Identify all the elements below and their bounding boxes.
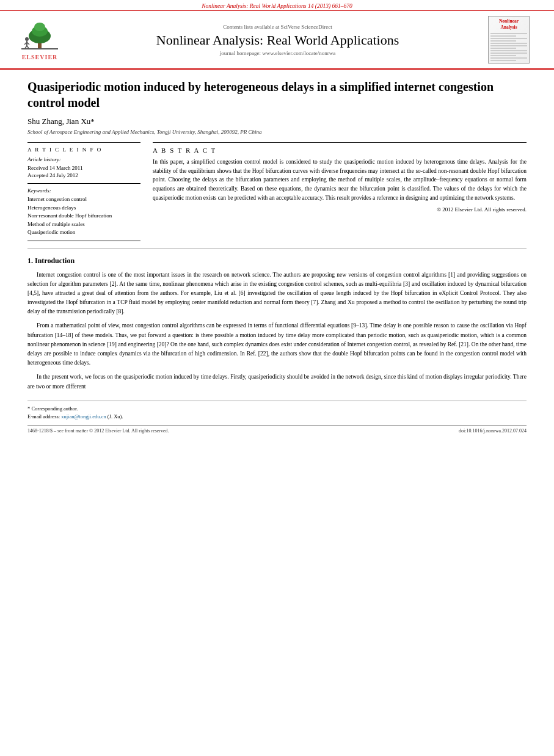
- copyright-line: © 2012 Elsevier Ltd. All rights reserved…: [153, 206, 527, 213]
- thumbnail-lines: [490, 33, 527, 62]
- svg-point-6: [25, 37, 29, 41]
- introduction-header: 1. Introduction: [27, 256, 527, 266]
- journal-citation: Nonlinear Analysis: Real World Applicati…: [202, 3, 352, 9]
- authors: Shu Zhang, Jian Xu*: [27, 117, 527, 126]
- footer-doi: doi:10.1016/j.nonrwa.2012.07.024: [459, 428, 527, 434]
- svg-point-5: [34, 23, 45, 31]
- intro-paragraph-3: In the present work, we focus on the qua…: [27, 373, 527, 391]
- thumb-line-12: [490, 60, 516, 61]
- journal-header-center: Contents lists available at SciVerse Sci…: [73, 24, 482, 56]
- two-col-section: A R T I C L E I N F O Article history: R…: [27, 142, 527, 241]
- svg-rect-1: [21, 48, 58, 49]
- page-footer: 1468-1218/$ – see front matter © 2012 El…: [27, 425, 527, 434]
- article-info-col: A R T I C L E I N F O Article history: R…: [27, 142, 140, 241]
- paper-title: Quasiperiodic motion induced by heteroge…: [27, 79, 527, 111]
- section-divider-1: [27, 249, 527, 249]
- keywords-title: Keywords:: [27, 187, 140, 194]
- homepage-line: journal homepage: www.elsevier.com/locat…: [73, 50, 482, 56]
- thumb-line-5: [490, 43, 527, 44]
- intro-paragraph-2: From a mathematical point of view, most …: [27, 321, 527, 368]
- elsevier-tree-icon: [18, 19, 61, 53]
- thumb-line-11: [490, 57, 527, 59]
- thumbnail-title-text: NonlinearAnalysis: [499, 18, 519, 31]
- thumb-line-7: [490, 48, 516, 49]
- journal-header: ELSEVIER Contents lists available at Sci…: [0, 11, 554, 70]
- footnote-section: * Corresponding author. E-mail address: …: [27, 401, 527, 421]
- main-content: Quasiperiodic motion induced by heteroge…: [0, 70, 554, 446]
- keyword-1: Internet congestion control: [27, 195, 140, 204]
- journal-thumbnail: NonlinearAnalysis: [488, 16, 530, 64]
- footnote-email: E-mail address: xujian@tongji.edu.cn (J.…: [27, 413, 527, 421]
- abstract-col: A B S T R A C T In this paper, a simplif…: [153, 142, 527, 241]
- abstract-header: A B S T R A C T: [153, 147, 527, 154]
- keyword-5: Quasiperiodic motion: [27, 228, 140, 237]
- history-label: Article history:: [27, 156, 140, 162]
- footnote-corresponding: * Corresponding author.: [27, 405, 527, 413]
- thumb-line-6: [490, 45, 527, 46]
- affiliation: School of Aerospace Engineering and Appl…: [27, 129, 527, 135]
- footer-issn: 1468-1218/$ – see front matter © 2012 El…: [27, 428, 169, 434]
- abstract-text: In this paper, a simplified congestion c…: [153, 158, 527, 203]
- sciverse-line: Contents lists available at SciVerse Sci…: [73, 24, 482, 30]
- intro-paragraph-1: Internet congestion control is one of th…: [27, 271, 527, 317]
- thumb-line-10: [490, 55, 516, 56]
- page-wrapper: Nonlinear Analysis: Real World Applicati…: [0, 0, 554, 756]
- thumb-line-9: [490, 53, 527, 54]
- elsevier-brand-text: ELSEVIER: [22, 54, 58, 60]
- article-info-header: A R T I C L E I N F O: [27, 147, 140, 153]
- thumb-line-2: [490, 35, 516, 37]
- thumb-line-4: [490, 40, 516, 42]
- journal-title: Nonlinear Analysis: Real World Applicati…: [73, 32, 482, 48]
- journal-top-bar: Nonlinear Analysis: Real World Applicati…: [0, 0, 554, 11]
- thumb-line-8: [490, 50, 527, 51]
- thumb-line-1: [490, 33, 527, 34]
- received-date: Received 14 March 2011: [27, 165, 140, 171]
- keywords-section: Keywords: Internet congestion control He…: [27, 183, 140, 237]
- accepted-date: Accepted 24 July 2012: [27, 172, 140, 178]
- keyword-3: Non-resonant double Hopf bifurcation: [27, 212, 140, 220]
- elsevier-logo: ELSEVIER: [12, 19, 67, 60]
- thumb-line-3: [490, 38, 527, 39]
- keyword-2: Heterogeneous delays: [27, 204, 140, 213]
- keyword-4: Method of multiple scales: [27, 220, 140, 229]
